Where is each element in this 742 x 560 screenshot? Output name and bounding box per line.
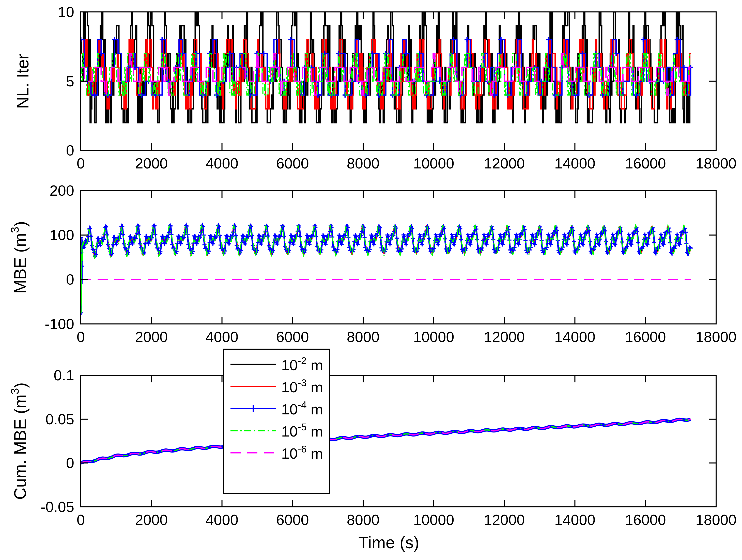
y-axis-label-text: NL. Iter <box>13 54 32 109</box>
legend-entry-label: 10-4 m <box>281 402 323 417</box>
legend-line-swatch-icon <box>230 425 276 436</box>
legend-line-swatch-icon <box>230 381 276 392</box>
y-axis-label-post: ) <box>11 221 30 227</box>
y-axis-label-sup: 3 <box>8 227 21 233</box>
legend-entry-label: 10-2 m <box>281 358 323 373</box>
plus-marker-icon <box>250 405 257 412</box>
y-axis-label-sup: 3 <box>8 388 21 394</box>
y-axis-label-post: ) <box>11 382 30 388</box>
legend-entry-label: 10-5 m <box>281 424 323 439</box>
y-axis-label-cum-mbe: Cum. MBE (m3) <box>12 339 32 543</box>
legend-entry-label: 10-3 m <box>281 380 323 395</box>
figure: 0200040006000800010000120001400016000180… <box>0 0 742 560</box>
plot-canvas <box>0 0 742 560</box>
legend-entry-label: 10-6 m <box>281 446 323 461</box>
y-axis-label-mbe: MBE (m3) <box>12 156 32 359</box>
legend: 10-2 m10-3 m10-4 m10-5 m10-6 m <box>223 349 330 494</box>
y-axis-label-text: Cum. MBE (m <box>11 394 30 500</box>
y-axis-label-nl-iter: NL. Iter <box>14 0 35 183</box>
legend-line-swatch-icon <box>230 403 276 414</box>
y-axis-label-text: MBE (m <box>11 233 30 293</box>
legend-line-swatch-icon <box>230 359 276 370</box>
legend-line-swatch-icon <box>230 447 276 458</box>
x-axis-label: Time (s) <box>300 534 478 551</box>
